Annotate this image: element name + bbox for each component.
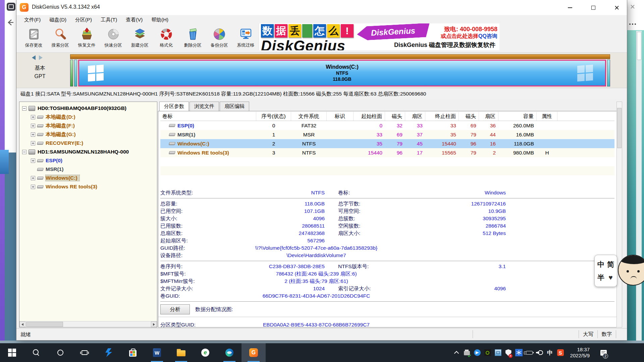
tray-printer[interactable] xyxy=(462,343,472,362)
table-row-esp[interactable]: ESP(0) 0 FAT32 0 32 33 33 69 36 260.0MB xyxy=(160,121,614,130)
banner-qq-link[interactable]: 或点击此处选择QQ咨询 xyxy=(441,33,497,40)
cortana-button[interactable] xyxy=(48,343,72,362)
expand-icon[interactable] xyxy=(31,159,35,163)
tray-chevron-button[interactable] xyxy=(451,343,462,362)
table-row-windows-re[interactable]: Windows RE tools(3) 3 NTFS 15440 96 17 1… xyxy=(160,148,614,157)
backup-partition-button[interactable]: 备份分区 xyxy=(206,25,232,52)
tray-nvidia[interactable] xyxy=(482,343,493,362)
partition-strip-re-tools[interactable] xyxy=(607,60,610,86)
detail-vertical-scrollbar[interactable] xyxy=(616,102,622,327)
tree-item-hd1[interactable]: HD1:SAMSUNGMZNLN128HAHQ-000 xyxy=(19,147,157,156)
start-button[interactable] xyxy=(0,343,24,362)
advertisement-banner[interactable]: 数 据 丢 怎 么 ! DiskGenius DiskGenius 致电: 40… xyxy=(259,23,499,50)
tree-item-windows-re[interactable]: Windows RE tools(3) xyxy=(19,182,157,191)
background-close-icon[interactable] xyxy=(630,4,635,11)
search-partition-button[interactable]: 搜索分区 xyxy=(47,25,73,52)
taskbar-search-button[interactable] xyxy=(24,343,48,362)
tray-power[interactable] xyxy=(524,343,534,362)
col-header[interactable]: 磁头 xyxy=(459,112,479,121)
tray-ime-indicator[interactable]: 中 xyxy=(545,343,555,362)
sogou-sticker-face[interactable] xyxy=(618,255,644,287)
tree-item-local-d[interactable]: 本地磁盘(D:) xyxy=(19,113,157,121)
expand-icon[interactable] xyxy=(31,185,35,189)
menu-file[interactable]: 文件(F) xyxy=(20,15,45,25)
menu-partition[interactable]: 分区(P) xyxy=(71,15,96,25)
task-view-button[interactable] xyxy=(72,343,97,362)
col-header[interactable]: 扇区 xyxy=(479,112,498,121)
menu-disk[interactable]: 磁盘(D) xyxy=(45,15,71,25)
tray-freeze-tool[interactable] xyxy=(514,343,524,362)
ime-status-box[interactable]: 中 简 半 ♥ xyxy=(594,255,617,287)
expand-icon[interactable] xyxy=(31,141,35,145)
delete-partition-button[interactable]: 删除分区 xyxy=(179,25,206,52)
tray-volume[interactable] xyxy=(534,343,545,362)
expand-icon[interactable] xyxy=(31,132,35,137)
col-header[interactable]: 容量 xyxy=(498,112,537,121)
tree-item-local-g[interactable]: 本地磁盘(G:) xyxy=(19,130,157,139)
prev-disk-icon[interactable] xyxy=(32,55,36,60)
tree-item-esp[interactable]: ESP(0) xyxy=(19,156,157,165)
expand-icon[interactable] xyxy=(31,176,35,180)
new-partition-button[interactable]: 新建分区 xyxy=(126,25,153,52)
heart-icon[interactable]: ♥ xyxy=(608,274,612,282)
back-arrow-icon[interactable] xyxy=(7,19,14,27)
tree-item-recovery-e[interactable]: RECOVERY(E:) xyxy=(19,139,157,147)
col-header[interactable]: 标识 xyxy=(327,112,354,121)
taskbar-app-flash[interactable] xyxy=(97,343,121,362)
tray-security[interactable]: ✕ xyxy=(503,343,514,362)
ime-halfwidth-indicator[interactable]: 半 xyxy=(597,273,604,282)
maximize-button[interactable] xyxy=(588,3,598,13)
tree-item-local-f[interactable]: 本地磁盘(F:) xyxy=(19,121,157,130)
ime-simplified-indicator[interactable]: 简 xyxy=(607,260,614,269)
tree-item-msr[interactable]: MSR(1) xyxy=(19,165,157,174)
expand-icon[interactable] xyxy=(31,124,35,128)
save-changes-button[interactable]: 保存更改 xyxy=(20,25,47,52)
collapse-icon[interactable] xyxy=(22,150,26,154)
disk-strip[interactable] xyxy=(70,54,610,59)
close-button[interactable] xyxy=(612,3,622,13)
col-header[interactable]: 属性 xyxy=(537,112,557,121)
col-header[interactable]: 终止柱面 xyxy=(425,112,459,121)
tree-item-hd0[interactable]: HD0:TOSHIBAMQ04ABF100(932GB) xyxy=(19,104,157,113)
partition-strip-esp[interactable] xyxy=(70,60,73,86)
col-header[interactable]: 序号(状态) xyxy=(256,112,291,121)
col-header[interactable]: 起始柱面 xyxy=(354,112,385,121)
taskbar-app-word[interactable]: W xyxy=(145,343,169,362)
col-header[interactable]: 文件系统 xyxy=(291,112,327,121)
expand-icon[interactable] xyxy=(31,115,35,119)
tray-intel-graphics[interactable] xyxy=(493,343,503,362)
menu-view[interactable]: 查看(V) xyxy=(121,15,147,25)
partition-strip-msr[interactable] xyxy=(74,60,77,86)
scroll-right-icon[interactable] xyxy=(151,321,157,327)
men-help[interactable]: 帮助(H) xyxy=(147,15,173,25)
format-button[interactable]: 格式化 xyxy=(153,25,179,52)
sogou-ime-widget[interactable]: 中 简 半 ♥ xyxy=(594,255,644,287)
analyze-button[interactable]: 分析 xyxy=(160,304,190,314)
table-row-msr[interactable]: MSR(1) 1 MSR 33 69 37 35 79 44 16.0MB xyxy=(160,130,614,139)
minimize-button[interactable] xyxy=(565,3,575,13)
collapse-icon[interactable] xyxy=(22,106,26,111)
partition-block-windows-c[interactable]: Windows(C:) NTFS 118.0GB xyxy=(78,60,606,86)
scroll-left-icon[interactable] xyxy=(19,321,25,327)
tab-partition-params[interactable]: 分区参数 xyxy=(159,102,189,111)
scrollbar-thumb[interactable] xyxy=(26,322,63,327)
tray-messenger[interactable] xyxy=(472,343,482,362)
disk-nav-arrows[interactable] xyxy=(32,55,47,60)
quick-partition-button[interactable]: 快速分区 xyxy=(100,25,126,52)
recover-files-button[interactable]: 恢复文件 xyxy=(73,25,100,52)
taskbar-clock[interactable]: 18:37 2022/5/9 xyxy=(566,347,591,359)
col-header[interactable]: 扇区 xyxy=(405,112,425,121)
notification-center-button[interactable]: 2 xyxy=(598,343,609,362)
taskbar-app-diskgenius[interactable]: G xyxy=(241,343,266,362)
background-scrollbar-thumb[interactable] xyxy=(637,32,641,60)
next-disk-icon[interactable] xyxy=(39,55,43,60)
menu-tools[interactable]: 工具(T) xyxy=(96,15,121,25)
more-options-icon[interactable] xyxy=(629,23,637,25)
tab-browse-files[interactable]: 浏览文件 xyxy=(190,102,219,111)
taskbar-app-browser[interactable]: e xyxy=(193,343,217,362)
tray-sogou[interactable]: S xyxy=(555,343,566,362)
scrollbar-thumb[interactable] xyxy=(617,108,622,148)
system-migration-button[interactable]: 系统迁移 xyxy=(232,25,259,52)
ime-lang-indicator[interactable]: 中 xyxy=(597,260,604,269)
tree-horizontal-scrollbar[interactable] xyxy=(19,321,157,327)
